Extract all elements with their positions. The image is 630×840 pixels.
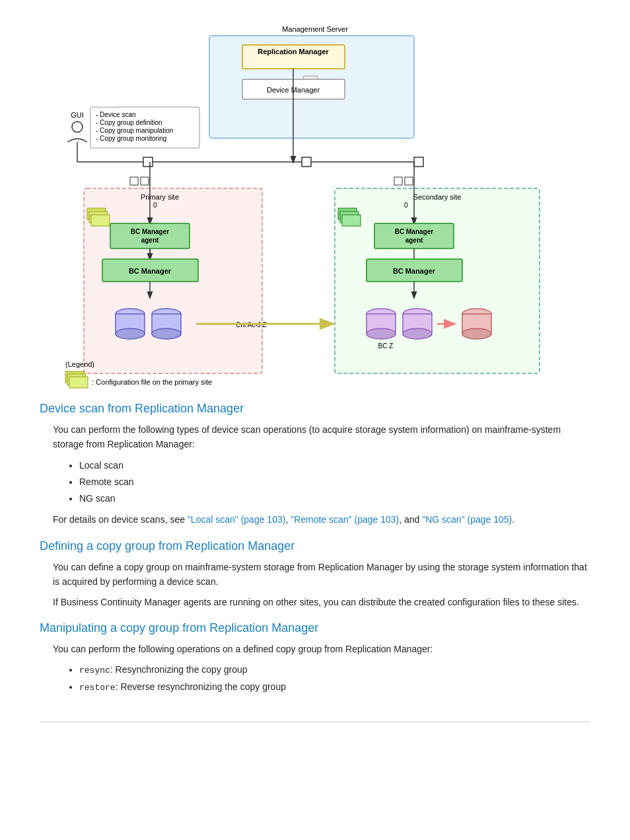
- svg-text:agent: agent: [405, 237, 423, 244]
- diagram-container: Management Server Replication Manager De…: [40, 20, 590, 390]
- svg-text:(Legend): (Legend): [65, 360, 94, 368]
- svg-rect-29: [405, 177, 413, 185]
- device-scan-para: You can perform the following types of d…: [53, 422, 590, 452]
- svg-text:Secondary site: Secondary site: [413, 193, 462, 201]
- svg-rect-47: [374, 223, 454, 248]
- bullet-item: NG scan: [79, 490, 590, 507]
- section-heading-define: Defining a copy group from Replication M…: [40, 539, 590, 553]
- section-link[interactable]: "Remote scan" (page 103): [291, 514, 399, 525]
- section-link[interactable]: "Local scan" (page 103): [188, 514, 285, 525]
- bullet-item: Remote scan: [79, 474, 590, 490]
- manip-para: You can perform the following operations…: [53, 642, 590, 656]
- define-para-1: You can define a copy group on mainframe…: [53, 560, 590, 590]
- manip-bullets: resync: Resynchronizing the copy groupre…: [79, 662, 590, 695]
- svg-text:Management Server: Management Server: [282, 25, 348, 33]
- section-heading-device-scan: Device scan from Replication Manager: [40, 402, 590, 416]
- svg-text:BC Manager: BC Manager: [395, 228, 433, 235]
- svg-text:BC Manager: BC Manager: [131, 228, 169, 235]
- svg-point-64: [152, 328, 181, 339]
- svg-text:- Copy group monitoring: - Copy group monitoring: [96, 135, 166, 142]
- bullet-item: Local scan: [79, 457, 590, 474]
- section-manip: You can perform the following operations…: [40, 642, 590, 695]
- svg-point-9: [72, 122, 83, 132]
- section-define: You can define a copy group on mainframe…: [40, 560, 590, 609]
- svg-rect-21: [414, 157, 423, 167]
- svg-point-61: [116, 328, 145, 339]
- svg-rect-26: [130, 177, 138, 185]
- svg-text:Replication Manager: Replication Manager: [258, 48, 329, 56]
- device-scan-bullets: Local scanRemote scanNG scan: [79, 457, 590, 508]
- svg-rect-41: [342, 215, 361, 226]
- svg-point-77: [462, 328, 491, 339]
- svg-text:BC Manager: BC Manager: [129, 267, 172, 275]
- svg-text:0: 0: [404, 202, 408, 209]
- svg-point-69: [367, 328, 396, 339]
- svg-text:Primary site: Primary site: [141, 193, 179, 201]
- svg-text:- Copy group definition: - Copy group definition: [96, 119, 162, 126]
- svg-text:- Device scan: - Device scan: [96, 111, 136, 118]
- svg-text:GUI: GUI: [71, 111, 84, 119]
- svg-text:BC Z: BC Z: [378, 342, 394, 350]
- section-device-scan: You can perform the following types of d…: [40, 422, 590, 527]
- svg-rect-27: [141, 177, 149, 185]
- svg-rect-17: [143, 157, 153, 167]
- svg-text:agent: agent: [141, 237, 159, 244]
- code-keyword: restore: [79, 683, 116, 693]
- svg-text:BC Manager: BC Manager: [393, 267, 436, 275]
- svg-point-72: [403, 328, 432, 339]
- svg-rect-81: [69, 377, 88, 388]
- svg-text:- Copy group manipulation: - Copy group manipulation: [96, 127, 173, 134]
- device-scan-links-para: For details on device scans, see "Local …: [53, 512, 590, 527]
- svg-text:0: 0: [153, 202, 157, 209]
- define-para-2: If Business Continuity Manager agents ar…: [53, 595, 590, 609]
- section-link[interactable]: "NG scan" (page 105): [422, 514, 512, 525]
- bullet-item: restore: Reverse resynchronizing the cop…: [79, 679, 590, 695]
- page-footer: [40, 722, 590, 736]
- svg-rect-44: [110, 223, 190, 248]
- code-keyword: resync: [79, 666, 110, 675]
- svg-text:: Configuration file on the pr: : Configuration file on the primary site: [92, 378, 212, 386]
- svg-rect-38: [91, 215, 110, 226]
- bullet-item: resync: Resynchronizing the copy group: [79, 662, 590, 678]
- section-heading-manip: Manipulating a copy group from Replicati…: [40, 621, 590, 635]
- svg-rect-28: [394, 177, 402, 185]
- svg-rect-19: [302, 157, 311, 167]
